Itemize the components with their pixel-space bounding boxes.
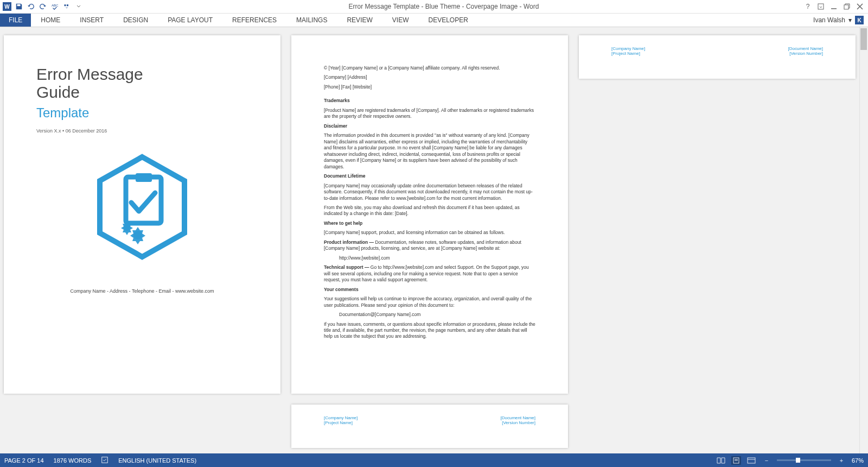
svg-text:ABC: ABC [52,3,59,7]
copyright-line: © [Year] [Company Name] or a [Company Na… [324,65,535,71]
p3-version: [Version Number] [788,51,823,56]
user-name: Ivan Walsh [813,16,845,24]
undo-button[interactable] [26,2,36,11]
comments-text1: Your suggestions will help us continue t… [324,296,535,308]
p3-project: [Project Name] [611,51,645,56]
p4-project: [Project Name] [324,420,358,425]
zoom-slider[interactable] [777,459,831,461]
cover-version: Version X.x • 06 December 2016 [36,128,248,134]
svg-rect-15 [748,458,755,463]
close-button[interactable] [856,3,864,10]
user-area[interactable]: Ivan Walsh ▾ K [813,16,868,24]
zoom-in-button[interactable]: + [837,456,846,465]
file-tab[interactable]: FILE [0,14,31,27]
svg-rect-8 [136,173,152,182]
tab-view[interactable]: VIEW [382,14,419,26]
user-avatar: K [855,16,864,24]
window-title: Error Message Template - Blue Theme - Co… [84,3,804,10]
web-layout-button[interactable] [746,456,756,465]
svg-rect-1 [65,4,66,6]
tab-developer[interactable]: DEVELOPER [418,14,477,26]
comments-heading: Your comments [324,287,535,293]
page-3[interactable]: [Company Name] [Project Name] [Document … [579,35,856,79]
tab-home[interactable]: HOME [31,14,70,26]
svg-rect-2 [67,4,68,6]
document-canvas[interactable]: Error Message Guide Template Version X.x… [0,27,859,453]
product-info: Product information — Documentation, rel… [324,239,535,252]
qat-dropdown[interactable] [74,2,84,11]
minimize-button[interactable] [830,3,838,10]
product-url: http://www.[website].com [324,255,535,261]
svg-rect-7 [126,177,161,223]
ribbon-options-button[interactable] [817,3,825,10]
tech-support: Technical support — Go to http://www.[we… [324,264,535,283]
svg-rect-3 [818,4,824,9]
vertical-scrollbar[interactable] [859,27,868,453]
trademarks-text: [Product Name] are registered trademarks… [324,108,535,120]
user-dropdown-icon: ▾ [848,16,852,24]
tab-review[interactable]: REVIEW [337,14,382,26]
disclaimer-heading: Disclaimer [324,123,535,129]
tab-page-layout[interactable]: PAGE LAYOUT [158,14,222,26]
lifetime-text2: From the Web site, you may also download… [324,205,535,217]
statusbar: PAGE 2 OF 14 1876 WORDS ENGLISH (UNITED … [0,453,868,467]
redo-button[interactable] [38,2,48,11]
titlebar-controls: ? [804,3,868,10]
save-button[interactable] [14,2,24,11]
spellcheck-button[interactable]: ABC [50,2,60,11]
cover-title-line1: Error Message [36,65,248,83]
cover-title-line2: Guide [36,83,248,101]
disclaimer-text: The information provided in this documen… [324,132,535,170]
quick-access-toolbar: W ABC [0,2,84,11]
status-proof-icon[interactable] [101,456,108,465]
print-layout-button[interactable] [731,456,741,465]
zoom-slider-thumb[interactable] [796,458,800,463]
cover-logo [88,153,196,261]
status-words[interactable]: 1876 WORDS [54,457,92,464]
lifetime-text1: [Company Name] may occasionally update o… [324,183,535,201]
workspace: Error Message Guide Template Version X.x… [0,27,868,453]
lifetime-heading: Document Lifetime [324,173,535,179]
svg-rect-11 [102,457,108,463]
p4-docname: [Document Name] [501,415,535,420]
app-icon: W [2,2,12,11]
status-language[interactable]: ENGLISH (UNITED STATES) [118,457,196,464]
tab-design[interactable]: DESIGN [113,14,158,26]
tab-references[interactable]: REFERENCES [222,14,286,26]
restore-button[interactable] [843,3,851,10]
qat-customize[interactable] [62,2,72,11]
ribbon-tabs: FILE HOME INSERT DESIGN PAGE LAYOUT REFE… [0,14,868,27]
read-mode-button[interactable] [716,456,726,465]
zoom-level[interactable]: 67% [852,457,864,464]
page-1[interactable]: Error Message Guide Template Version X.x… [4,35,280,394]
tab-mailings[interactable]: MAILINGS [286,14,337,26]
help-text: [Company Name] support, product, and lic… [324,230,535,236]
help-heading: Where to get help [324,220,535,226]
p3-docname: [Document Name] [788,46,823,51]
trademarks-heading: Trademarks [324,98,535,104]
page-2[interactable]: © [Year] [Company Name] or a [Company Na… [291,35,568,394]
comments-text2: If you have issues, comments, or questio… [324,321,535,340]
svg-rect-5 [844,5,848,9]
cover-footer: Company Name - Address - Telephone - Ema… [36,288,248,294]
p3-company: [Company Name] [611,46,645,51]
p4-company: [Company Name] [324,415,358,420]
titlebar: W ABC Error Message Template - Blue Them… [0,0,868,14]
help-button[interactable]: ? [804,3,812,10]
cover-subtitle: Template [36,105,248,121]
scrollbar-thumb[interactable] [860,28,867,50]
tab-insert[interactable]: INSERT [70,14,113,26]
status-page[interactable]: PAGE 2 OF 14 [4,457,44,464]
doc-email: Documentation@[Company Name].com [324,312,535,318]
contact-line: [Phone] [Fax] [Website] [324,84,535,90]
zoom-out-button[interactable]: − [762,456,771,465]
page-4[interactable]: [Company Name] [Project Name] [Document … [291,405,568,448]
p4-version: [Version Number] [501,420,535,425]
address-line: [Company] [Address] [324,74,535,80]
